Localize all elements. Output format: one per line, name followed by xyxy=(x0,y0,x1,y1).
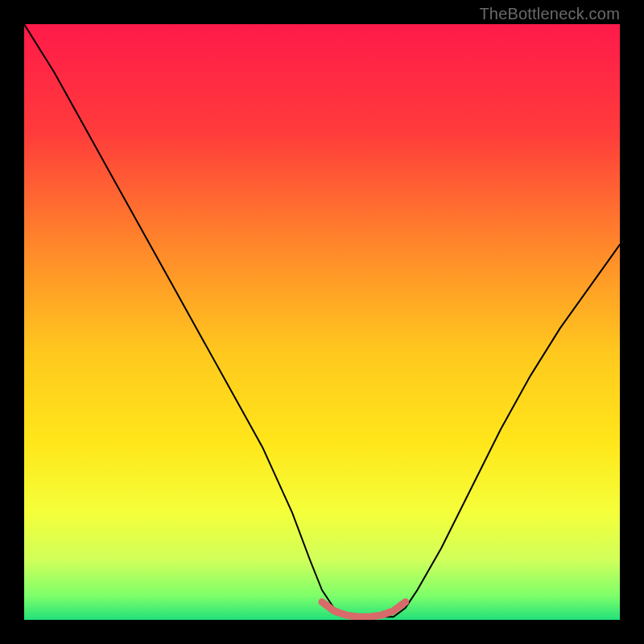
bottleneck-curve xyxy=(24,24,620,617)
plot-area xyxy=(24,24,620,620)
curve-layer xyxy=(24,24,620,620)
optimal-band xyxy=(322,602,406,617)
watermark-text: TheBottleneck.com xyxy=(479,5,620,23)
chart-frame: TheBottleneck.com xyxy=(0,0,644,644)
